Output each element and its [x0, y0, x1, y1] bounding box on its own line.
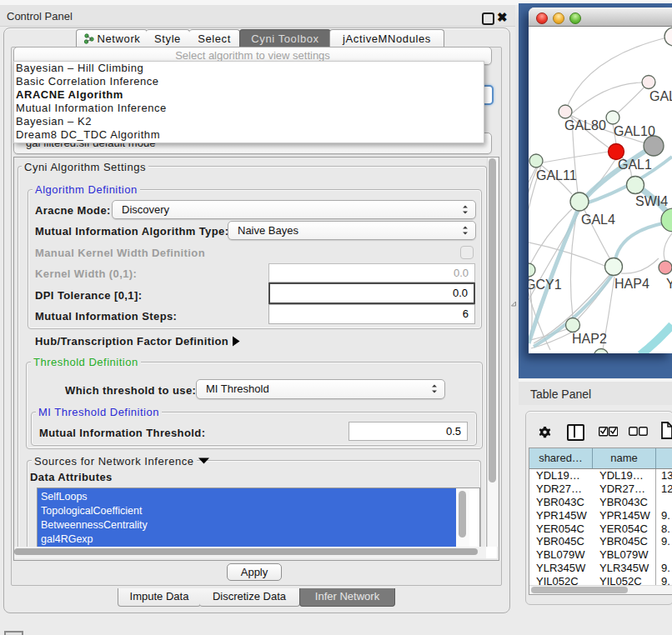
- svg-text:GAL4: GAL4: [581, 212, 615, 227]
- svg-text:HAP4: HAP4: [614, 277, 649, 291]
- svg-text:SWI4: SWI4: [635, 194, 668, 208]
- svg-text:GAL80: GAL80: [564, 118, 606, 132]
- svg-text:GAL: GAL: [649, 89, 672, 103]
- svg-text:GAL10: GAL10: [614, 124, 655, 138]
- svg-text:HAP2: HAP2: [572, 332, 607, 346]
- svg-text:Y: Y: [666, 277, 672, 291]
- svg-text:GCY1: GCY1: [529, 278, 562, 292]
- svg-text:GAL1: GAL1: [618, 158, 652, 172]
- svg-text:GAL11: GAL11: [536, 168, 577, 182]
